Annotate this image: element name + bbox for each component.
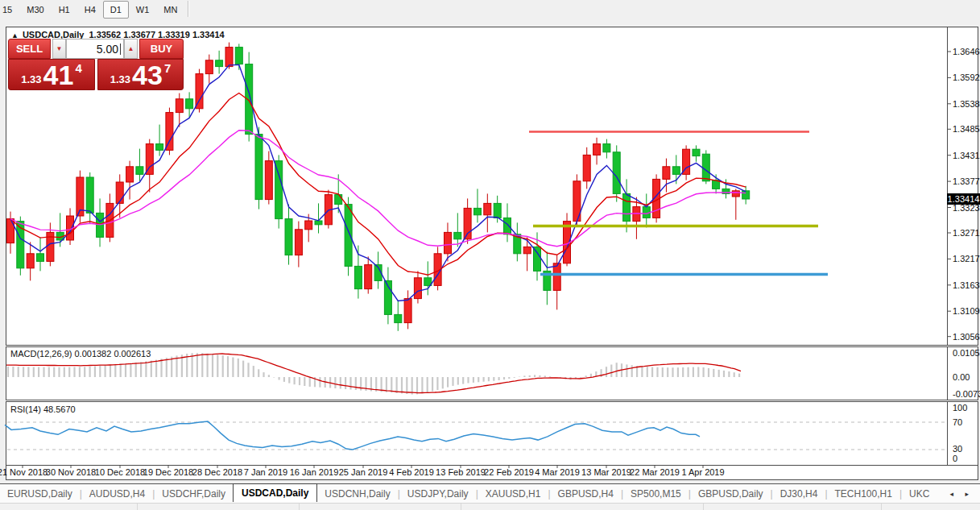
rsi-scale-label: 0 — [953, 454, 957, 463]
date-axis-label: 4 Feb 2019 — [389, 467, 434, 477]
macd-histogram — [6, 353, 741, 394]
tab-scroll-arrows[interactable]: ◂ ▸ — [943, 490, 980, 498]
chart-tab-usdjpy-daily[interactable]: USDJPY,Daily — [400, 486, 476, 502]
volume-value: 5.00 — [97, 43, 118, 56]
volume-input[interactable]: 5.00 — [66, 39, 124, 59]
rsi-indicator-label: RSI(14) 48.5670 — [10, 404, 76, 414]
date-axis-label: 22 Feb 2019 — [484, 467, 534, 477]
price-axis-label: 1.30565 — [953, 332, 980, 342]
macd-scale-label: 0.010525 — [953, 348, 980, 358]
price-axis-label: 1.35920 — [953, 73, 980, 82]
macd-indicator-label: MACD(12,26,9) 0.001382 0.002613 — [10, 349, 151, 359]
chart-tab-gbpusd-h4[interactable]: GBPUSD,H4 — [551, 486, 621, 502]
buy-price-display[interactable]: 1.33 43 7 — [97, 59, 184, 90]
chart-tab-usdcnh-daily[interactable]: USDCNH,Daily — [317, 486, 397, 502]
chart-tab-tech100-h1[interactable]: TECH100,H1 — [828, 486, 899, 502]
price-axis-label: 1.33775 — [953, 176, 980, 186]
date-axis-label: 30 Nov 2018 — [46, 467, 96, 477]
buy-price-big: 43 — [132, 60, 163, 89]
date-axis-label: 10 Dec 2018 — [95, 467, 145, 477]
chart-tab-gbpusd-daily[interactable]: GBPUSD,Daily — [691, 486, 771, 502]
date-axis-label: 7 Jan 2019 — [244, 467, 287, 477]
date-axis-label: 13 Mar 2019 — [581, 467, 631, 477]
chart-tab-ukc[interactable]: UKC — [902, 486, 937, 502]
date-axis-label: 13 Feb 2019 — [436, 467, 486, 477]
rsi-scale-label: 30 — [953, 444, 962, 454]
buy-button[interactable]: BUY — [139, 39, 184, 59]
rsi-scale-label: 70 — [953, 417, 962, 427]
price-axis-label: 1.34855 — [953, 124, 980, 134]
macd-scale-label: 0.00 — [953, 372, 970, 382]
chart-tab-dj30-h4[interactable]: DJ30,H4 — [773, 486, 825, 502]
status-bar — [0, 503, 980, 510]
chart-tab-usdcad-daily[interactable]: USDCAD,Daily — [233, 483, 317, 502]
price-axis-label: 1.36460 — [953, 47, 980, 56]
price-axis-label: 1.31090 — [953, 306, 980, 316]
status-segment — [0, 504, 138, 510]
chart-tab-eurusd-daily[interactable]: EURUSD,Daily — [0, 486, 80, 502]
chart-tab-bar: EURUSD,Daily|AUDUSD,H4|USDCHF,DailyUSDCA… — [0, 483, 980, 503]
current-price-badge: 1.33414 — [947, 193, 980, 205]
date-axis-label: 28 Dec 2018 — [192, 467, 242, 477]
chart-tab-xauusd-h1[interactable]: XAUUSD,H1 — [478, 486, 548, 502]
sell-button[interactable]: SELL — [8, 39, 51, 59]
date-axis-label: 22 Mar 2019 — [630, 467, 680, 477]
sell-price-big: 41 — [43, 60, 74, 89]
date-axis-label: 4 Mar 2019 — [535, 467, 580, 477]
chart-tab-sp500-m15[interactable]: SP500,M15 — [623, 486, 688, 502]
volume-increase-button[interactable]: ▲ — [124, 39, 138, 59]
date-axis-label: 1 Apr 2019 — [681, 467, 724, 477]
mt4-application: 15M30H1H4D1W1MN ▲USDCAD,Daily 1.33562 1.… — [0, 0, 980, 510]
macd-scale-label: -0.0073 — [953, 389, 980, 399]
price-axis-label: 1.34315 — [953, 151, 980, 160]
date-axis-label: 25 Jan 2019 — [339, 467, 388, 477]
one-click-trading-panel: SELL ▼ 5.00 ▲ BUY 1.33 41 4 1.33 43 7 — [8, 38, 184, 90]
status-segment — [704, 504, 882, 510]
chart-tab-usdchf-daily[interactable]: USDCHF,Daily — [155, 486, 233, 502]
price-axis-label: 1.35380 — [953, 99, 980, 109]
buy-price-sup: 7 — [164, 61, 171, 75]
status-segment — [300, 504, 461, 510]
buy-price-prefix: 1.33 — [110, 73, 130, 85]
rsi-line — [5, 421, 945, 450]
date-axis-label: 16 Jan 2019 — [290, 467, 339, 477]
text-caret — [120, 44, 121, 55]
price-axis-label: 1.32710 — [953, 228, 980, 238]
status-segment — [461, 504, 704, 510]
date-axis-label: 19 Dec 2018 — [143, 467, 193, 477]
status-segment — [138, 504, 300, 510]
sell-price-prefix: 1.33 — [21, 73, 41, 85]
date-axis-label: 21 Nov 2018 — [0, 467, 48, 477]
sell-price-display[interactable]: 1.33 41 4 — [8, 59, 95, 90]
price-axis-label: 1.31630 — [953, 280, 980, 290]
price-axis-label: 1.32170 — [953, 254, 980, 263]
rsi-scale-label: 100 — [953, 403, 967, 413]
volume-decrease-button[interactable]: ▼ — [52, 39, 66, 59]
sell-price-sup: 4 — [75, 61, 81, 75]
chart-tab-audusd-h4[interactable]: AUDUSD,H4 — [82, 486, 152, 502]
axis-ticks — [23, 52, 951, 468]
